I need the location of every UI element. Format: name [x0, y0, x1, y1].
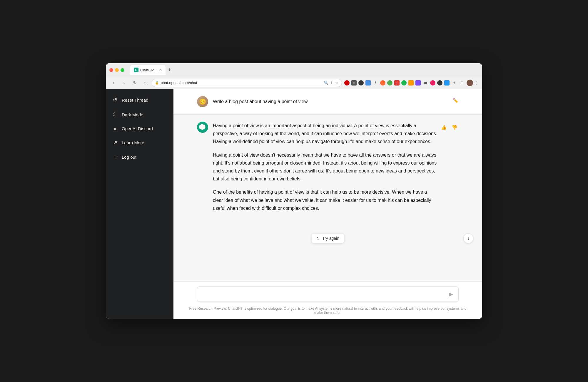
tab-bar: C ChatGPT ✕ + — [130, 65, 479, 75]
sidebar: ↺ Reset Thread ☾ Dark Mode ● OpenAI Disc… — [106, 89, 173, 319]
user-avatar-image: 😊 — [197, 96, 208, 107]
sidebar-label-reset-thread: Reset Thread — [122, 98, 148, 103]
footer: Free Research Preview: ChatGPT is optimi… — [173, 304, 482, 319]
tab-title: ChatGPT — [140, 68, 156, 72]
ext15-icon[interactable]: ⊡ — [459, 80, 465, 86]
menu-icon[interactable]: ⋮ — [475, 81, 479, 85]
user-message-text: Write a blog post about having a point o… — [213, 96, 449, 105]
share-icon: ⬆ — [330, 81, 333, 85]
send-button[interactable]: ▶ — [448, 290, 454, 299]
new-tab-button[interactable]: + — [168, 67, 171, 73]
ext7-icon[interactable] — [401, 80, 407, 86]
ai-message-row: Having a point of view is an important a… — [173, 115, 482, 282]
ai-message-text: Having a point of view is an important a… — [213, 122, 437, 212]
thumbs-up-button[interactable]: 👍 — [440, 123, 448, 131]
ext10-icon[interactable]: ◼ — [422, 80, 428, 86]
ext9-icon[interactable] — [415, 80, 421, 86]
edit-message-icon[interactable]: ✏️ — [453, 96, 459, 103]
chat-area: 😊 Write a blog post about having a point… — [173, 89, 482, 319]
lock-icon: 🔒 — [155, 81, 159, 85]
ai-paragraph-3: One of the benefits of having a point of… — [213, 188, 437, 212]
ext5-icon[interactable] — [380, 80, 385, 86]
ext1-icon[interactable]: ≡ — [351, 80, 357, 86]
forward-button[interactable]: › — [120, 79, 128, 87]
input-area: ▶ — [173, 282, 482, 304]
main-layout: ↺ Reset Thread ☾ Dark Mode ● OpenAI Disc… — [106, 89, 482, 319]
ext3-icon[interactable] — [365, 80, 371, 86]
try-again-tooltip[interactable]: ↻ Try again — [311, 233, 344, 243]
discord-icon: ● — [112, 126, 118, 131]
traffic-lights — [109, 68, 124, 72]
back-button[interactable]: ‹ — [109, 79, 118, 87]
ext2-icon[interactable] — [358, 80, 364, 86]
ai-message-content: Having a point of view is an important a… — [213, 122, 437, 217]
minimize-button[interactable] — [115, 68, 119, 72]
title-bar: C ChatGPT ✕ + — [106, 63, 482, 77]
sidebar-item-log-out[interactable]: → Log out — [106, 150, 173, 164]
reload-button[interactable]: ↻ — [131, 79, 139, 87]
user-message-row: 😊 Write a blog post about having a point… — [173, 89, 482, 115]
active-tab[interactable]: C ChatGPT ✕ — [130, 65, 166, 75]
bookmark-icon: ☆ — [335, 81, 339, 85]
home-button[interactable]: ⌂ — [141, 79, 149, 87]
address-bar[interactable]: 🔒 chat.openai.com/chat 🔍 ⬆ ☆ — [152, 79, 342, 87]
sidebar-label-learn-more: Learn More — [122, 140, 144, 145]
sidebar-item-openai-discord[interactable]: ● OpenAI Discord — [106, 122, 173, 135]
ext6-icon[interactable] — [387, 80, 392, 86]
learn-more-icon: ↗ — [112, 139, 118, 146]
scroll-bottom-button[interactable]: ↓ — [463, 233, 473, 243]
close-button[interactable] — [109, 68, 113, 72]
reset-thread-icon: ↺ — [112, 97, 118, 103]
tab-close-icon[interactable]: ✕ — [159, 68, 162, 72]
sidebar-item-learn-more[interactable]: ↗ Learn More — [106, 135, 173, 150]
ext13-icon[interactable] — [444, 80, 450, 86]
search-icon: 🔍 — [324, 81, 328, 85]
browser-toolbar: ‹ › ↻ ⌂ 🔒 chat.openai.com/chat 🔍 ⬆ ☆ ≡ ƒ… — [106, 77, 482, 89]
ext4-icon[interactable]: ƒ — [372, 80, 378, 86]
ext8-icon[interactable] — [408, 80, 414, 86]
ai-paragraph-2: Having a point of view doesn't necessari… — [213, 151, 437, 183]
ext14-icon[interactable]: ✦ — [451, 80, 457, 86]
try-again-icon: ↻ — [316, 236, 320, 241]
sidebar-label-log-out: Log out — [122, 155, 136, 160]
url-text: chat.openai.com/chat — [161, 81, 322, 85]
extension-icons: ≡ ƒ r ◼ ✦ ⊡ ⋮ — [344, 80, 479, 86]
opera-icon[interactable] — [344, 80, 350, 86]
ext12-icon[interactable] — [437, 80, 442, 86]
sidebar-label-openai-discord: OpenAI Discord — [122, 126, 153, 131]
ext11-icon[interactable] — [430, 80, 435, 86]
sidebar-item-reset-thread[interactable]: ↺ Reset Thread — [106, 93, 173, 107]
chat-input-box: ▶ — [197, 286, 459, 302]
ai-message-actions: 👍 👎 — [440, 122, 459, 131]
try-again-label: Try again — [322, 236, 339, 241]
dark-mode-icon: ☾ — [112, 111, 118, 118]
ai-paragraph-1: Having a point of view is an important a… — [213, 122, 437, 146]
thumbs-down-button[interactable]: 👎 — [450, 123, 459, 131]
footer-text: Free Research Preview: ChatGPT is optimi… — [189, 306, 467, 315]
chat-input[interactable] — [201, 291, 448, 298]
log-out-icon: → — [112, 154, 118, 160]
ai-avatar — [197, 122, 208, 133]
tab-favicon: C — [134, 68, 138, 72]
sidebar-label-dark-mode: Dark Mode — [122, 112, 143, 117]
sidebar-item-dark-mode[interactable]: ☾ Dark Mode — [106, 107, 173, 122]
maximize-button[interactable] — [121, 68, 124, 72]
user-avatar: 😊 — [197, 96, 208, 107]
user-avatar-icon[interactable] — [467, 80, 473, 86]
reddit-icon[interactable]: r — [394, 80, 400, 86]
